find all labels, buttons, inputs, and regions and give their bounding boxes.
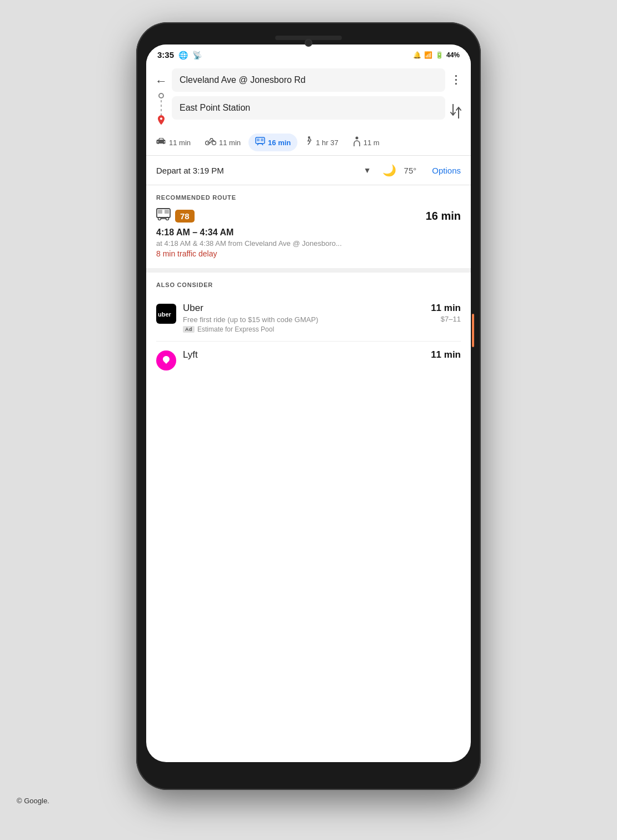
status-bar: 3:35 🌐 📡 🔔 📶 🔋 44% <box>146 45 471 63</box>
route-delay: 8 min traffic delay <box>156 249 461 258</box>
also-consider-section: ALSO CONSIDER uber Uber Free first ride … <box>146 273 471 387</box>
route-card[interactable]: 78 16 min 4:18 AM – 4:34 AM at 4:18 AM &… <box>156 207 461 258</box>
search-right-actions: ⋮ <box>450 68 462 118</box>
route-dots <box>158 93 165 123</box>
route-line <box>161 100 162 116</box>
route-times: 4:18 AM – 4:34 AM <box>156 228 461 238</box>
weather-icon: 🌙 <box>382 164 396 177</box>
svg-point-5 <box>308 136 310 139</box>
lyft-logo <box>156 350 176 370</box>
walk-icon <box>305 136 313 149</box>
options-button[interactable]: Options <box>432 166 461 175</box>
more-options-button[interactable]: ⋮ <box>450 73 462 86</box>
cast-icon: 📡 <box>192 51 202 60</box>
tab-transit[interactable]: 16 min <box>248 134 297 151</box>
lyft-name: Lyft <box>183 349 424 360</box>
route-badge: 78 <box>175 210 195 223</box>
svg-rect-9 <box>165 210 169 214</box>
depart-row: Depart at 3:19 PM ▼ 🌙 75° Options <box>146 156 471 185</box>
tab-motorcycle[interactable]: 11 min <box>198 134 247 151</box>
lyft-right: 11 min <box>431 349 461 360</box>
rideshare-icon <box>353 136 361 149</box>
transport-tabs: 11 min 11 min 16 min 1 <box>146 130 471 156</box>
temperature: 75° <box>404 166 417 175</box>
tab-rideshare-label: 11 m <box>364 139 380 147</box>
svg-text:uber: uber <box>158 311 172 318</box>
uber-name: Uber <box>183 303 424 314</box>
bus-icon <box>156 207 171 224</box>
route-icons-row: 78 <box>156 207 195 224</box>
uber-ad-text: Estimate for Express Pool <box>197 325 274 333</box>
signal-icon: 📶 <box>424 51 432 59</box>
motorcycle-icon <box>205 137 216 147</box>
recommended-route-label: RECOMMENDED ROUTE <box>156 194 461 201</box>
phone-frame: 3:35 🌐 📡 🔔 📶 🔋 44% ← <box>136 22 481 790</box>
back-button[interactable]: ← <box>155 75 167 87</box>
lyft-duration: 11 min <box>431 349 461 360</box>
uber-description: Free first ride (up to $15 with code GMA… <box>183 315 424 324</box>
tab-rideshare[interactable]: 11 m <box>346 133 386 152</box>
search-area: ← Cleveland Ave @ Jonesboro Rd East Poin… <box>146 63 471 130</box>
transit-icon <box>255 137 265 148</box>
swap-directions-button[interactable] <box>450 104 462 118</box>
svg-point-6 <box>355 137 358 140</box>
scrollbar-indicator <box>472 314 474 347</box>
destination-input[interactable]: East Point Station <box>172 96 445 120</box>
route-indicator: ← <box>155 68 167 123</box>
route-header: 78 16 min <box>156 207 461 224</box>
uber-duration: 11 min <box>431 303 461 314</box>
uber-item[interactable]: uber Uber Free first ride (up to $15 wit… <box>156 295 461 342</box>
route-duration: 16 min <box>426 210 461 223</box>
ad-badge: Ad <box>183 326 195 333</box>
depart-text[interactable]: Depart at 3:19 PM <box>156 166 357 175</box>
uber-price: $7–11 <box>431 315 461 323</box>
svg-point-11 <box>166 218 169 220</box>
section-divider <box>146 268 471 273</box>
lyft-item[interactable]: Lyft 11 min <box>156 342 461 378</box>
also-consider-label: ALSO CONSIDER <box>156 281 461 288</box>
tab-walk[interactable]: 1 hr 37 <box>298 133 345 152</box>
phone-screen: 3:35 🌐 📡 🔔 📶 🔋 44% ← <box>146 45 471 762</box>
tab-car[interactable]: 11 min <box>150 134 197 151</box>
battery-percent: 44% <box>446 51 460 59</box>
uber-ad: Ad Estimate for Express Pool <box>183 325 424 333</box>
car-icon <box>156 137 166 147</box>
svg-rect-3 <box>257 139 260 141</box>
tab-transit-label: 16 min <box>268 139 291 147</box>
uber-logo: uber <box>156 304 176 324</box>
search-inputs: Cleveland Ave @ Jonesboro Rd East Point … <box>172 68 445 120</box>
tab-car-label: 11 min <box>169 139 191 147</box>
svg-point-10 <box>158 218 161 220</box>
tab-moto-label: 11 min <box>219 139 241 147</box>
notification-icon: 🔔 <box>413 51 421 59</box>
uber-right: 11 min $7–11 <box>431 303 461 323</box>
svg-rect-8 <box>158 210 162 214</box>
copyright-text: © Google. <box>17 797 49 805</box>
status-icons: 🔔 📶 🔋 44% <box>413 51 460 59</box>
location-icon: 🌐 <box>178 51 188 60</box>
battery-icon: 🔋 <box>435 51 444 59</box>
dropdown-arrow[interactable]: ▼ <box>364 166 371 175</box>
origin-dot <box>158 93 164 98</box>
tab-walk-label: 1 hr 37 <box>316 139 338 147</box>
uber-info: Uber Free first ride (up to $15 with cod… <box>183 303 424 333</box>
lyft-info: Lyft <box>183 349 424 362</box>
dest-dot <box>158 116 165 123</box>
route-frequency: at 4:18 AM & 4:38 AM from Cleveland Ave … <box>156 239 461 248</box>
svg-rect-4 <box>261 139 263 141</box>
phone-camera <box>305 39 312 47</box>
recommended-route-section: RECOMMENDED ROUTE 78 16 min 4:18 AM – 4:… <box>146 185 471 268</box>
status-time: 3:35 <box>157 50 174 60</box>
status-left: 3:35 🌐 📡 <box>157 50 202 60</box>
origin-input[interactable]: Cleveland Ave @ Jonesboro Rd <box>172 68 445 92</box>
